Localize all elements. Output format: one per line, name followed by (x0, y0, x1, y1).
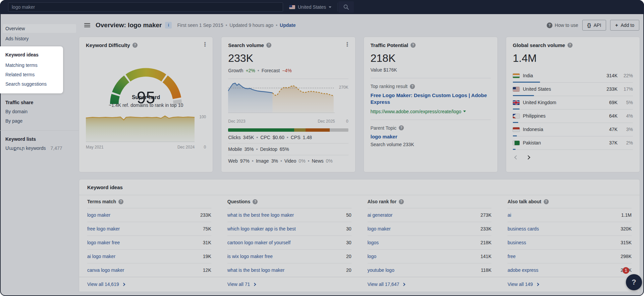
info-icon[interactable]: i (165, 22, 172, 29)
api-button[interactable]: {} API (582, 20, 606, 31)
country-row[interactable]: Indonesia47K3% (513, 123, 633, 136)
keyword-link[interactable]: free (507, 254, 516, 259)
app-window: logo maker United States Overview Ads hi… (0, 0, 644, 296)
table-row: is wix logo maker free20 (227, 250, 352, 263)
global-search-volume-title: Global search volume (513, 42, 565, 48)
page-title: Overview: logo maker (96, 22, 162, 29)
country-row[interactable]: Pakistan37K2% (513, 136, 633, 150)
help-icon[interactable] (568, 43, 573, 48)
country-selector[interactable]: United States (283, 0, 337, 14)
how-to-use-button[interactable]: ? How to use (547, 23, 578, 28)
keyword-link[interactable]: ai logo maker (87, 254, 115, 259)
keyword-link[interactable]: business cards (507, 226, 539, 231)
help-icon[interactable] (266, 43, 271, 48)
column-header: Questions (227, 195, 352, 208)
help-fab-button[interactable]: ? (626, 274, 642, 290)
view-all-link[interactable]: View all 17,647 (360, 277, 500, 292)
keyword-link[interactable]: ai generator (368, 212, 393, 218)
keyword-link[interactable]: cartoon logo maker of yourself (227, 240, 290, 245)
keyword-link[interactable]: is wix logo maker free (227, 254, 273, 259)
keyword-volume: 20 (346, 254, 352, 259)
country-row[interactable]: India314K22% (513, 69, 633, 83)
global-search-volume-card: Global search volume 1.4M India314K22%Un… (506, 37, 640, 172)
keyword-link[interactable]: logo maker (87, 212, 110, 218)
column-header-label: Also rank for (368, 199, 396, 204)
keyword-volume: 320K (621, 226, 632, 231)
question-circle-icon: ? (547, 23, 552, 28)
top-ranking-result-link[interactable]: Free Logo Maker: Design Custom Logos | A… (371, 92, 491, 106)
view-all-link[interactable]: View all 149 (499, 277, 640, 292)
country-name: United Kingdom (523, 100, 599, 105)
keyword-link[interactable]: ai (507, 212, 511, 218)
top-ranking-result-url[interactable]: https://www.adobe.com/express/create/log… (371, 109, 491, 114)
bullet-separator: • (308, 158, 310, 164)
help-icon[interactable] (544, 199, 549, 204)
api-button-label: API (594, 23, 601, 28)
update-link[interactable]: Update (280, 23, 296, 28)
difficulty-history-chart: 100 (86, 114, 206, 143)
help-icon[interactable] (399, 125, 404, 130)
keyword-link[interactable]: free logo maker (87, 226, 120, 231)
column-header: Also rank for (368, 195, 492, 208)
keyword-link[interactable]: logo (368, 254, 376, 259)
global-search-volume-value: 1.4M (513, 52, 633, 65)
table-row: logo maker free31K (87, 236, 211, 250)
country-percentage: 5% (621, 100, 633, 105)
sidebar-item-by-page[interactable]: By page (0, 116, 79, 126)
keyword-link[interactable]: logo maker (368, 226, 391, 231)
keyword-volume: 75K (203, 226, 211, 231)
sidebar-item-related-terms[interactable]: Related terms (5, 70, 63, 79)
table-row: cartoon logo maker of yourself30 (227, 236, 352, 250)
parent-topic-link[interactable]: logo maker (371, 134, 491, 139)
help-icon[interactable] (132, 43, 138, 48)
keyword-search-input[interactable]: logo maker (8, 2, 283, 12)
keyword-volume: 50 (346, 212, 352, 218)
next-page-icon[interactable] (526, 155, 530, 160)
country-volume: 233K (602, 86, 618, 92)
country-percentage: 4% (621, 113, 633, 119)
help-icon[interactable] (253, 199, 258, 204)
table-row: youtube logo118K (368, 263, 492, 277)
help-icon[interactable] (399, 199, 404, 204)
stat-value: 3% (271, 158, 278, 164)
help-icon[interactable] (118, 199, 123, 204)
card-menu-icon[interactable]: ••• (202, 42, 208, 47)
keyword-link[interactable]: business (507, 240, 526, 245)
help-icon[interactable] (410, 84, 415, 89)
keyword-volume: 12K (203, 267, 211, 273)
sidebar-item-overview[interactable]: Overview (3, 24, 76, 33)
keyword-volume: 218K (481, 240, 492, 245)
add-to-button[interactable]: + Add to (610, 20, 639, 31)
country-row[interactable]: United States233K17% (513, 83, 633, 96)
help-icon[interactable] (411, 43, 416, 48)
keyword-link[interactable]: what is the best logo maker (227, 267, 284, 273)
sidebar-item-by-domain[interactable]: By domain (0, 107, 79, 116)
table-row: logos218K (368, 236, 492, 250)
keyword-link[interactable]: which logo maker app is the best (227, 226, 296, 231)
view-all-link[interactable]: View all 71 (219, 277, 360, 292)
card-menu-icon[interactable]: ••• (344, 42, 351, 47)
search-submit-button[interactable] (338, 1, 354, 13)
sidebar-item-search-suggestions[interactable]: Search suggestions (5, 79, 63, 89)
keyword-link[interactable]: what is the best free logo maker (227, 212, 294, 218)
growth-value: +2% (246, 68, 255, 73)
keyword-link[interactable]: canva logo maker (87, 267, 124, 273)
country-row[interactable]: Philippines64K4% (513, 110, 633, 123)
stat-value: 97% (240, 158, 250, 164)
page-header: Overview: logo maker i First seen 1 Sep … (79, 14, 644, 36)
sidebar-item-ads-history[interactable]: Ads history (3, 34, 76, 43)
view-all-link[interactable]: View all 14,619 (79, 277, 219, 292)
sv-y-min-label: 0 (335, 119, 348, 124)
stat-label: Web (228, 158, 238, 164)
country-row[interactable]: United Kingdom69K5% (513, 96, 633, 110)
notification-badge: 1 (623, 267, 629, 274)
sidebar-item-keyword-list[interactable]: Մաքուր keywords 7,477 (0, 143, 79, 153)
keyword-link[interactable]: adobe express (507, 267, 538, 273)
sidebar-item-matching-terms[interactable]: Matching terms (5, 60, 63, 70)
keyword-link[interactable]: logos (368, 240, 379, 245)
prev-page-icon[interactable] (514, 155, 519, 160)
hamburger-menu-icon[interactable] (84, 22, 90, 28)
keyword-ideas-title: Keyword ideas (79, 179, 640, 195)
keyword-link[interactable]: logo maker free (87, 240, 120, 245)
keyword-link[interactable]: youtube logo (368, 267, 394, 273)
